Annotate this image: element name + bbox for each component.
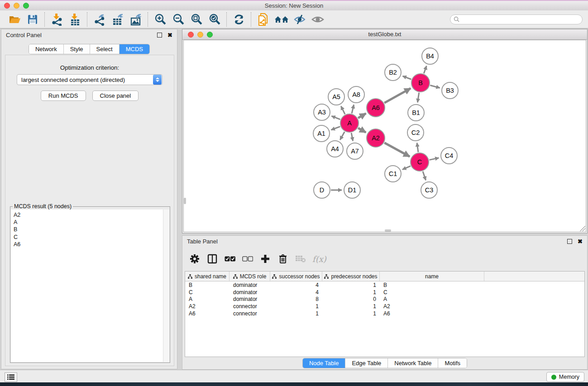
graph-node-A5[interactable]: A5 [328,88,345,105]
add-row-button[interactable] [259,253,271,265]
export-table-button[interactable] [109,12,127,27]
mcds-result-item[interactable]: A [14,219,160,226]
hide-selected-button[interactable] [291,12,309,27]
table-tab-motifs[interactable]: Motifs [438,358,467,368]
delete-row-button[interactable] [277,253,289,265]
import-network-button[interactable] [48,12,66,27]
table-options-button[interactable] [189,253,201,265]
memory-button[interactable]: Memory [546,372,584,382]
show-all-button[interactable] [309,12,327,27]
graph-node-B3[interactable]: B3 [441,82,459,99]
canvas-horizontal-scroll-indicator[interactable] [385,229,391,232]
zoom-out-button[interactable] [169,12,187,27]
close-table-panel-icon[interactable]: ✖ [578,239,583,243]
mcds-result-list[interactable]: A2ABCA6 [11,210,169,362]
zoom-in-button[interactable] [151,12,169,27]
graph-node-D[interactable]: D [313,181,330,199]
table-row[interactable]: Cdominator41C [185,289,584,296]
table-row[interactable]: Adominator80A [185,295,584,303]
unselect-all-button[interactable] [242,253,253,265]
tab-mcds[interactable]: MCDS [119,44,149,54]
graph-node-A6[interactable]: A6 [366,98,385,117]
zoom-selected-button[interactable] [206,12,224,27]
minimize-window-button[interactable] [14,3,19,9]
zoom-fit-button[interactable] [187,12,206,27]
zoom-network-button[interactable] [207,32,213,38]
save-session-button[interactable] [24,12,42,27]
column-header-successor-nodes[interactable]: successor nodes [270,272,322,281]
table-row[interactable]: Bdominator41B [185,281,584,289]
graph-node-C1[interactable]: C1 [384,165,402,182]
select-all-button[interactable] [224,253,236,265]
graph-node-C[interactable]: C [410,152,429,172]
table-tab-node-table[interactable]: Node Table [303,358,345,368]
close-panel-icon[interactable]: ✖ [167,33,172,37]
mcds-result-item[interactable]: A6 [14,241,160,248]
zoom-window-button[interactable] [23,3,29,9]
graph-node-A1[interactable]: A1 [313,125,330,142]
graph-node-A3[interactable]: A3 [313,104,330,121]
table-tab-edge-table[interactable]: Edge Table [345,358,387,368]
table-cell: 1 [322,289,380,295]
float-panel-icon[interactable] [157,33,162,38]
tab-select[interactable]: Select [90,44,119,54]
function-builder-button[interactable]: f(x) [312,254,326,264]
run-mcds-button[interactable]: Run MCDS [41,91,86,101]
gear-icon [190,254,200,264]
table-row[interactable]: A6connector11A6 [185,310,584,317]
refresh-layout-icon [233,14,245,25]
zoom-in-icon [154,13,167,26]
graph-node-B[interactable]: B [411,73,430,92]
table-cell: 1 [322,303,380,310]
close-network-button[interactable] [188,32,194,38]
edge-A-A7 [351,133,353,141]
network-canvas[interactable]: AA1A2A3A4A5A6A7A8BB1B2B3B4CC1C2C3C4DD1 [183,40,586,232]
delete-table-button[interactable] [295,253,306,265]
open-session-button[interactable] [5,12,24,27]
zoom-out-icon [172,13,185,26]
tab-style[interactable]: Style [63,44,90,54]
optimization-criterion-select[interactable]: largest connected component (directed) [17,74,163,85]
table-tab-network-table[interactable]: Network Table [387,358,438,368]
graph-node-B2[interactable]: B2 [384,64,402,81]
close-window-button[interactable] [4,3,10,9]
table-row[interactable]: A2connector11A2 [185,303,584,310]
column-header-predecessor-nodes[interactable]: predecessor nodes [322,272,380,281]
column-header-MCDS-role[interactable]: MCDS role [229,272,270,281]
close-panel-button[interactable]: Close panel [92,91,139,101]
graph-node-B4[interactable]: B4 [421,48,439,65]
open-session-icon [8,14,21,25]
graph-node-D1[interactable]: D1 [344,181,361,199]
first-neighbors-button[interactable] [272,12,291,27]
graph-node-A8[interactable]: A8 [348,86,365,103]
canvas-vertical-scroll-indicator[interactable] [184,198,186,204]
new-network-from-selection-button[interactable] [254,12,272,27]
export-image-button[interactable] [127,12,145,27]
graph-node-B1[interactable]: B1 [407,104,425,121]
shared-column-icon [188,274,192,279]
graph-node-A[interactable]: A [340,114,359,133]
import-table-button[interactable] [66,12,84,27]
graph-node-A7[interactable]: A7 [346,143,363,160]
refresh-layout-button[interactable] [230,12,248,27]
mcds-result-item[interactable]: A2 [14,211,160,219]
search-input[interactable] [462,16,579,23]
result-list-scrollbar[interactable] [163,210,169,362]
search-box[interactable] [450,14,583,24]
graph-node-C3[interactable]: C3 [421,181,438,199]
export-network-button[interactable] [91,12,109,27]
show-column-panel-button[interactable] [206,253,218,265]
mcds-result-item[interactable]: B [14,226,160,233]
panel-menu-button[interactable] [5,372,17,382]
graph-node-C2[interactable]: C2 [407,124,424,141]
minimize-network-button[interactable] [197,32,203,38]
graph-node-A4[interactable]: A4 [326,140,344,157]
graph-node-C4[interactable]: C4 [440,147,458,164]
graph-node-A2[interactable]: A2 [366,129,385,148]
tab-network[interactable]: Network [29,44,63,54]
column-header-name[interactable]: name [380,272,484,281]
window-resize-grip[interactable] [580,226,585,231]
mcds-result-item[interactable]: C [14,234,160,241]
column-header-shared-name[interactable]: shared name [185,272,229,281]
float-table-panel-icon[interactable] [567,239,572,244]
